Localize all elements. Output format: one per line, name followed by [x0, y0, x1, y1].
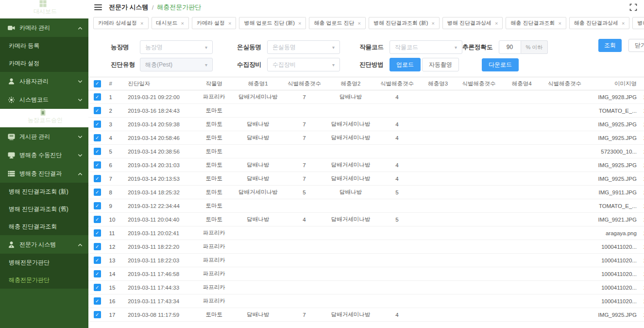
diagnosis-type-select[interactable]: 해충(Pest)▾	[140, 58, 213, 71]
row-checkbox[interactable]: ✓	[94, 93, 101, 101]
sidebar-item-label: 병해 진단결과조회 (舊)	[9, 205, 68, 213]
table-row: ✓52019-03-14 20:38:56토마토5723000_10...201	[88, 145, 644, 158]
tab[interactable]: 해충 업로드 진단×	[309, 17, 366, 29]
tab-close-icon[interactable]: ×	[228, 20, 231, 26]
sidebar-item[interactable]: 카메라 관리	[0, 18, 88, 37]
tab[interactable]: 카메라 상세설정×	[93, 17, 149, 29]
tab[interactable]: 병해 업로드 진단 (新)×	[239, 17, 306, 29]
tab-close-icon[interactable]: ×	[181, 20, 184, 26]
table-row: ✓152019-03-11 17:44:33파프리카1000411020...2…	[88, 281, 644, 294]
table-cell	[457, 172, 500, 186]
row-checkbox[interactable]: ✓	[94, 189, 101, 196]
table-cell: 파프리카	[195, 281, 233, 294]
download-button[interactable]: 다운로드	[482, 58, 519, 71]
tab-close-icon[interactable]: ×	[358, 20, 361, 26]
row-checkbox[interactable]: ✓	[94, 270, 101, 277]
row-checkbox[interactable]: ✓	[94, 243, 101, 250]
table-cell: 1000411020...	[586, 281, 642, 294]
table-cell	[501, 240, 543, 254]
tab-close-icon[interactable]: ×	[622, 20, 625, 26]
tab-close-icon[interactable]: ×	[558, 20, 561, 26]
table-cell	[501, 118, 543, 131]
sidebar-item[interactable]: 해충전문가판단	[0, 271, 88, 289]
hamburger-menu-icon[interactable]	[94, 4, 102, 10]
sidebar-item[interactable]: 병해 진단결과조회 (舊)	[0, 200, 88, 218]
table-cell	[326, 199, 375, 213]
sidebar-item[interactable]: 농장코드승인	[0, 109, 88, 127]
select-all-checkbox[interactable]: ✓	[94, 80, 101, 87]
upload-method-button[interactable]: 업로드	[390, 58, 421, 71]
sidebar-item[interactable]: 병해충 진단결과	[0, 164, 88, 183]
sidebar-item[interactable]: 병해 진단결과조회 (新)	[0, 183, 88, 200]
tab-close-icon[interactable]: ×	[495, 20, 498, 26]
accuracy-input[interactable]	[499, 40, 521, 54]
search-button[interactable]: 조회	[598, 39, 622, 52]
row-checkbox[interactable]: ✓	[94, 202, 101, 209]
sidebar-item[interactable]: 게시판 관리	[0, 127, 88, 146]
row-checkbox[interactable]: ✓	[94, 311, 101, 318]
table-cell: 6	[106, 158, 126, 172]
table-cell: 파프리카	[195, 90, 233, 104]
sidebar-item[interactable]: 전문가 시스템	[0, 235, 88, 254]
sidebar-item[interactable]: 병해전문가판단	[0, 254, 88, 271]
users-icon	[8, 78, 15, 85]
sidebar-item[interactable]: 카메라 설정	[0, 54, 88, 72]
sidebar-menu: 대시보드카메라 관리카메라 등록카메라 설정사용자관리시스템코드농장코드승인게시…	[0, 0, 88, 289]
table-cell: 201	[642, 240, 644, 254]
chevron-down-icon: ▾	[455, 45, 457, 50]
row-checkbox[interactable]: ✓	[94, 284, 101, 291]
table-cell: 토마토	[195, 172, 233, 186]
greenhouse-select[interactable]: 온실동명▾	[267, 40, 340, 54]
table-cell	[283, 281, 326, 294]
table-cell: 2019-03-14 18:25:32	[126, 186, 195, 199]
tab-close-icon[interactable]: ×	[431, 20, 434, 26]
fullscreen-icon[interactable]	[629, 3, 637, 11]
tab[interactable]: 대시보드×	[152, 17, 189, 29]
column-header: 이미지명	[586, 77, 642, 90]
tab[interactable]: 해충 진단결과상세×	[569, 17, 630, 29]
row-checkbox[interactable]: ✓	[94, 121, 101, 128]
table-cell	[233, 254, 283, 267]
tab[interactable]: 병해 진단결과상세×	[442, 17, 503, 29]
table-cell	[375, 226, 419, 240]
row-checkbox[interactable]: ✓	[94, 297, 101, 305]
table-cell: 14	[106, 267, 126, 281]
row-checkbox[interactable]: ✓	[94, 134, 101, 141]
sidebar-item[interactable]: 카메라 등록	[0, 37, 88, 54]
row-checkbox[interactable]: ✓	[94, 257, 101, 264]
table-row: ✓82019-03-14 18:25:32토마토담배거세미나방5담배나방5IMG…	[88, 186, 644, 199]
tab-close-icon[interactable]: ×	[298, 20, 301, 26]
row-checkbox[interactable]: ✓	[94, 229, 101, 237]
auto-capture-method-button[interactable]: 자동촬영	[422, 58, 459, 71]
table-cell	[375, 281, 419, 294]
sidebar-item[interactable]: 대시보드	[0, 0, 88, 18]
sidebar-item[interactable]: 해충 진단결과조회	[0, 218, 88, 235]
tab[interactable]: 해충 진단결과조회×	[506, 17, 566, 29]
tab-bar: 카메라 상세설정×대시보드×카메라 설정×병해 업로드 진단 (新)×해충 업로…	[88, 15, 644, 32]
crop-code-select[interactable]: 작물코드▾	[390, 40, 462, 54]
row-checkbox[interactable]: ✓	[94, 216, 101, 223]
sidebar-item-label: 해충 진단결과조회	[9, 223, 57, 231]
table-cell: 7	[106, 172, 126, 186]
table-cell: 담배나방	[233, 213, 283, 226]
tab[interactable]: 병해전문가판단×	[632, 17, 644, 29]
row-checkbox[interactable]: ✓	[94, 175, 101, 182]
sidebar-item[interactable]: 병해충 수동진단	[0, 146, 88, 164]
tab-close-icon[interactable]: ×	[140, 20, 143, 26]
sidebar-item[interactable]: 시스템코드	[0, 90, 88, 109]
tab[interactable]: 카메라 설정×	[192, 17, 237, 29]
table-cell: 담배거세미나방	[326, 118, 375, 131]
row-checkbox-cell: ✓	[88, 254, 106, 267]
row-checkbox-cell: ✓	[88, 267, 106, 281]
row-checkbox[interactable]: ✓	[94, 148, 101, 155]
equipment-select[interactable]: 수집장비▾	[267, 58, 340, 71]
sidebar-item[interactable]: 사용자관리	[0, 72, 88, 90]
row-checkbox[interactable]: ✓	[94, 161, 101, 169]
method-label: 진단방법	[359, 61, 390, 69]
farm-name-select[interactable]: 농장명▾	[140, 40, 213, 54]
table-cell: IMG_9925.JPG	[586, 308, 642, 322]
tab[interactable]: 병해 진단결과조회 (新)×	[369, 17, 440, 29]
table-cell	[543, 267, 586, 281]
close-button[interactable]: 닫기	[628, 39, 644, 52]
row-checkbox[interactable]: ✓	[94, 107, 101, 114]
